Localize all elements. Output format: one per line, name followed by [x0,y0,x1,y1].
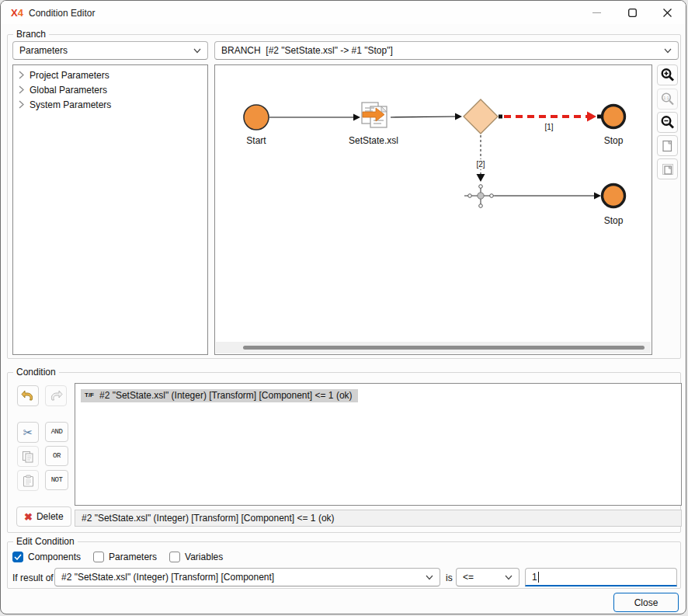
undo-button[interactable] [17,385,39,406]
comparison-value-input[interactable]: 1 [525,568,677,586]
chevron-down-icon [193,48,201,54]
condition-list[interactable]: T/F #2 "SetState.xsl" (Integer) [Transfo… [75,383,682,506]
chevron-down-icon [664,48,672,54]
node-stop-1-label: Stop [604,135,624,146]
chevron-right-icon [19,71,24,79]
workflow-canvas[interactable]: Start SetState.xsl [214,64,652,355]
chevron-right-icon [19,100,24,109]
chevron-down-icon [505,575,513,580]
svg-text:1:1: 1:1 [664,96,669,100]
title-bar: X4 Condition Editor [1,1,686,24]
edge-2-label: [2] [476,160,485,169]
condition-group-label: Condition [13,367,59,378]
minimize-icon [592,9,601,17]
pages-icon [662,163,674,176]
result-of-select[interactable]: #2 "SetState.xsl" (Integer) [Transform] … [54,568,440,586]
chevron-down-icon [426,575,433,580]
checkbox-icon [169,552,180,562]
close-window-button[interactable] [650,1,685,24]
node-transform-icon[interactable] [362,103,387,127]
checkbox-icon [12,552,23,562]
minimize-button[interactable] [579,1,614,24]
fit-selection-button[interactable] [657,158,678,179]
text-caret [538,572,539,583]
condition-list-item[interactable]: T/F #2 "SetState.xsl" (Integer) [Transfo… [81,389,358,402]
canvas-horizontal-scrollbar[interactable] [216,342,651,353]
zoom-original-icon: 1:1 [660,92,675,106]
edit-condition-group: Edit Condition Components Parameters Var… [7,541,681,589]
tree-item-system-parameters[interactable]: System Parameters [13,97,207,112]
condition-group: Condition ✂ AND OR [7,372,681,533]
redo-icon [49,390,63,402]
clipboard-icon [23,475,34,487]
and-button[interactable]: AND [45,422,68,442]
condition-preview-bar: #2 "SetState.xsl" (Integer) [Transform] … [75,510,682,527]
node-junction[interactable] [464,185,495,208]
copy-button[interactable] [17,446,39,467]
not-button[interactable]: NOT [45,470,68,490]
page-icon [662,140,673,152]
node-stop-2-label: Stop [604,215,624,226]
redo-button[interactable] [45,385,67,406]
comparison-value-text: 1 [532,572,537,583]
close-icon [663,9,672,17]
edit-condition-group-label: Edit Condition [13,536,78,547]
node-start-label: Start [246,135,266,146]
branch-select-value: BRANCH [#2 "SetState.xsl" -> #1 "Stop"] [221,45,393,56]
close-button[interactable]: Close [613,593,679,612]
x4-logo-icon: X4 [11,7,23,19]
delete-x-icon: ✖ [24,511,33,523]
parameter-tree: Project Parameters Global Parameters Sys… [12,64,208,355]
condition-editor-dialog: X4 Condition Editor Branch Parameters BR… [0,0,686,614]
checkbox-components[interactable]: Components [12,552,81,562]
operator-value: <= [463,572,474,583]
delete-button[interactable]: ✖ Delete [16,506,71,527]
checkbox-parameters[interactable]: Parameters [93,552,157,562]
chevron-right-icon [19,85,24,94]
checkbox-icon [93,552,104,562]
branch-group: Branch Parameters BRANCH [#2 "SetState.x… [7,34,681,359]
maximize-icon [628,9,637,17]
copy-icon [22,451,34,463]
is-label: is [446,572,453,583]
cut-button[interactable]: ✂ [17,422,39,443]
node-stop-2[interactable] [603,185,625,207]
node-transform-label: SetState.xsl [349,135,398,146]
zoom-in-icon [660,68,675,82]
paste-button[interactable] [17,470,39,491]
node-stop-1[interactable] [603,106,625,128]
window-title: Condition Editor [29,8,95,19]
branch-group-label: Branch [13,29,49,40]
true-false-icon: T/F [85,392,94,398]
tree-item-project-parameters[interactable]: Project Parameters [13,68,207,82]
workflow-diagram: Start SetState.xsl [215,65,652,342]
check-icon [14,554,22,560]
edge-2-false-branch[interactable] [474,135,488,182]
undo-icon [21,390,35,402]
node-start[interactable] [244,105,269,130]
if-result-of-label: If result of [12,572,54,583]
scissors-icon: ✂ [23,426,33,440]
or-button[interactable]: OR [45,446,68,466]
zoom-out-icon [660,115,675,130]
parameter-scope-value: Parameters [19,45,68,56]
fit-page-button[interactable] [657,135,678,156]
edge-1-true-branch[interactable] [499,112,601,122]
operator-select[interactable]: <= [456,568,519,586]
parameter-scope-select[interactable]: Parameters [12,41,208,60]
checkbox-variables[interactable]: Variables [169,552,223,562]
scrollbar-thumb[interactable] [243,346,645,350]
zoom-in-button[interactable] [657,64,678,85]
maximize-button[interactable] [615,1,650,24]
edge-1-label: [1] [544,123,553,131]
node-condition-diamond[interactable] [464,99,498,134]
tree-item-global-parameters[interactable]: Global Parameters [13,82,207,97]
zoom-out-button[interactable] [657,112,678,133]
zoom-original-button[interactable]: 1:1 [657,89,678,110]
result-of-value: #2 "SetState.xsl" (Integer) [Transform] … [61,572,274,583]
branch-select[interactable]: BRANCH [#2 "SetState.xsl" -> #1 "Stop"] [214,41,679,60]
